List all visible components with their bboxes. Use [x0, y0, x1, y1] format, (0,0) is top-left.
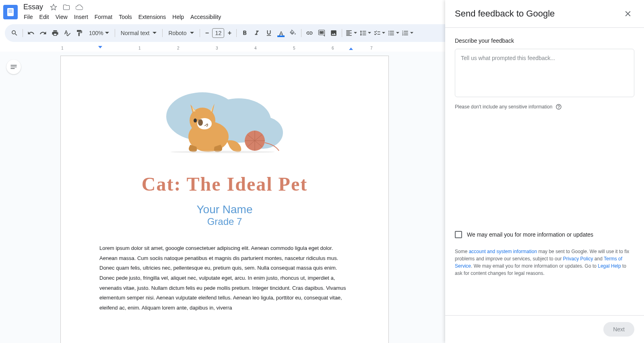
document-title[interactable]: Essay [21, 2, 45, 12]
feedback-email-checkbox[interactable] [455, 231, 462, 238]
info-icon [555, 104, 562, 110]
styles-select[interactable]: Normal text [118, 28, 160, 38]
feedback-next-button[interactable]: Next [603, 322, 634, 337]
account-info-link[interactable]: account and system information [469, 249, 537, 254]
ruler-indent-right[interactable] [349, 48, 353, 50]
feedback-legal-text: Some account and system information may … [455, 248, 634, 277]
font-value: Roboto [168, 30, 186, 36]
ruler-mark: 2 [177, 46, 180, 50]
menu-view[interactable]: View [53, 12, 70, 22]
checklist-button[interactable] [373, 29, 386, 37]
privacy-policy-link[interactable]: Privacy Policy [563, 256, 593, 262]
move-icon[interactable] [62, 2, 71, 12]
cloud-status-icon[interactable] [74, 2, 84, 12]
svg-point-9 [170, 151, 275, 153]
legal-help-link[interactable]: Legal Help [598, 263, 621, 269]
ruler-mark: 3 [216, 46, 218, 50]
print-button[interactable] [50, 27, 61, 39]
text-color-button[interactable]: A [275, 27, 287, 39]
menu-file[interactable]: File [21, 12, 36, 22]
ruler-mark: 4 [254, 46, 257, 50]
document-grade[interactable]: Grade 7 [99, 216, 350, 227]
font-select[interactable]: Roboto [165, 28, 197, 38]
feedback-close-button[interactable] [621, 7, 634, 20]
zoom-value: 100% [89, 30, 103, 36]
undo-button[interactable] [25, 27, 37, 39]
numbered-list-button[interactable] [401, 29, 414, 37]
menu-accessibility[interactable]: Accessibility [188, 12, 224, 22]
ruler-mark: 1 [138, 46, 141, 50]
insert-image-button[interactable] [328, 27, 339, 39]
paint-format-button[interactable] [74, 27, 85, 39]
feedback-panel: Send feedback to Google Describe your fe… [445, 0, 644, 343]
underline-button[interactable] [263, 27, 275, 39]
spellcheck-button[interactable] [62, 27, 73, 39]
ruler-mark: 1 [61, 46, 64, 50]
align-button[interactable] [345, 29, 358, 37]
menu-bar: File Edit View Insert Format Tools Exten… [21, 12, 224, 22]
redo-button[interactable] [37, 27, 49, 39]
highlight-color-button[interactable] [287, 27, 299, 39]
svg-point-7 [194, 118, 197, 123]
italic-button[interactable] [251, 27, 262, 39]
document-heading[interactable]: Cat: The Ideal Pet [99, 173, 350, 195]
menu-edit[interactable]: Edit [37, 12, 52, 22]
insert-link-button[interactable] [304, 27, 315, 39]
bold-button[interactable] [239, 27, 250, 39]
document-author-name[interactable]: Your Name [99, 203, 350, 216]
menu-format[interactable]: Format [92, 12, 115, 22]
outline-toggle-button[interactable] [6, 60, 21, 74]
cat-illustration [99, 80, 350, 161]
document-page[interactable]: Cat: The Ideal Pet Your Name Grade 7 Lor… [60, 56, 389, 343]
menu-insert[interactable]: Insert [71, 12, 91, 22]
decrease-font-size-button[interactable]: − [202, 29, 211, 37]
ruler-indent-left[interactable] [98, 46, 102, 48]
menu-tools[interactable]: Tools [116, 12, 135, 22]
feedback-hint-text: Please don't include any sensitive infor… [455, 104, 552, 110]
feedback-textarea[interactable] [455, 49, 634, 97]
docs-logo-icon[interactable] [3, 5, 18, 19]
bulleted-list-button[interactable] [387, 29, 400, 37]
feedback-checkbox-label: We may email you for more information or… [467, 231, 593, 238]
document-body[interactable]: Lorem ipsum dolor sit amet, gooogle cons… [99, 243, 350, 313]
feedback-describe-label: Describe your feedback [455, 37, 634, 44]
star-icon[interactable] [49, 2, 58, 12]
ruler-mark: 7 [370, 46, 373, 50]
ruler-mark: 5 [293, 46, 295, 50]
line-spacing-button[interactable] [359, 29, 372, 37]
styles-value: Normal text [121, 30, 150, 36]
search-menus-button[interactable] [9, 27, 20, 39]
add-comment-button[interactable] [316, 27, 327, 39]
font-size-input[interactable] [212, 28, 224, 38]
menu-extensions[interactable]: Extensions [136, 12, 169, 22]
zoom-select[interactable]: 100% [86, 28, 112, 38]
ruler-mark: 6 [332, 46, 334, 50]
increase-font-size-button[interactable]: + [225, 29, 234, 37]
feedback-title: Send feedback to Google [455, 8, 555, 19]
menu-help[interactable]: Help [169, 12, 187, 22]
